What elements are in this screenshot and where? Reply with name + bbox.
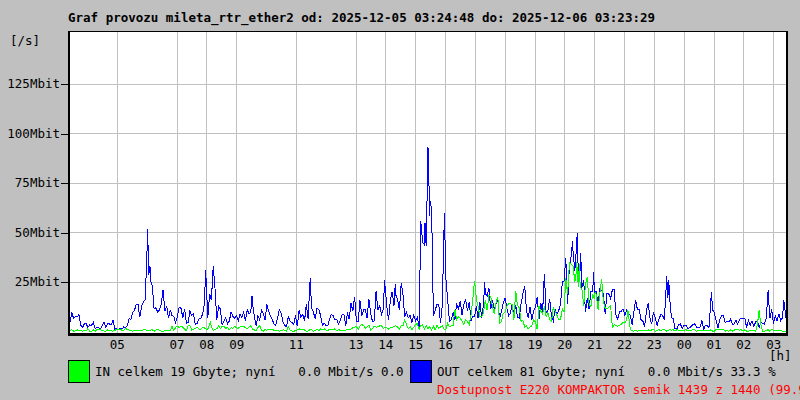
legend-in-label: IN celkem 19 Gbyte; nyní 0.0 Mbit/s 0.0 … xyxy=(95,364,419,379)
x-tick-label: 00 xyxy=(669,337,699,352)
y-tick-label: 100Mbit xyxy=(0,126,60,141)
y-tick-label: 125Mbit xyxy=(0,76,60,91)
legend-out-label: OUT celkem 81 Gbyte; nyní 0.0 Mbit/s 33.… xyxy=(437,364,776,379)
x-tick-label: 17 xyxy=(460,337,490,352)
x-tick-label: 11 xyxy=(281,337,311,352)
x-tick-label: 09 xyxy=(222,337,252,352)
y-tick-mark xyxy=(61,84,68,85)
x-tick-label: 02 xyxy=(729,337,759,352)
availability-text: Dostupnost E220 KOMPAKTOR semik 1439 z 1… xyxy=(437,382,800,397)
y-axis-unit-label: [/s] xyxy=(10,33,40,48)
plot-area xyxy=(68,31,788,336)
x-tick-label: 07 xyxy=(162,337,192,352)
x-tick-label: 14 xyxy=(371,337,401,352)
y-tick-label: 75Mbit xyxy=(0,175,60,190)
x-tick-label: 22 xyxy=(610,337,640,352)
legend-in-swatch xyxy=(68,360,90,383)
x-tick-label: 23 xyxy=(639,337,669,352)
x-tick-label: 01 xyxy=(699,337,729,352)
x-tick-label: 16 xyxy=(431,337,461,352)
x-tick-label: 18 xyxy=(490,337,520,352)
x-tick-label: 21 xyxy=(580,337,610,352)
graph-title: Graf provozu mileta_rtr_ether2 od: 2025-… xyxy=(68,10,655,25)
traffic-plot-svg xyxy=(70,32,786,333)
x-tick-label: 13 xyxy=(341,337,371,352)
y-tick-label: 50Mbit xyxy=(0,225,60,240)
x-tick-label: 08 xyxy=(192,337,222,352)
y-tick-label: 25Mbit xyxy=(0,274,60,289)
y-tick-mark xyxy=(61,282,68,283)
y-tick-mark xyxy=(61,183,68,184)
x-tick-label: 05 xyxy=(102,337,132,352)
x-tick-label: 19 xyxy=(520,337,550,352)
y-tick-mark xyxy=(61,233,68,234)
x-tick-label: 15 xyxy=(401,337,431,352)
y-tick-mark xyxy=(61,134,68,135)
x-tick-label: 20 xyxy=(550,337,580,352)
x-axis-unit-label: [h] xyxy=(769,348,792,363)
mrtg-traffic-page: { "header": { "title": "Graf provozu mil… xyxy=(0,0,800,400)
legend-out-swatch xyxy=(410,360,432,383)
